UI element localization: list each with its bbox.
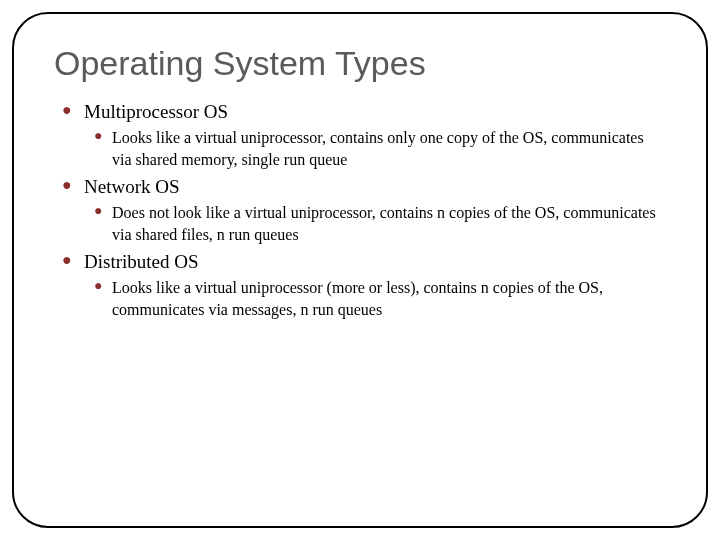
list-subitem: ● Looks like a virtual uniprocessor, con… [94,127,666,170]
list-item-label: Network OS [84,176,180,197]
list-subitem-label: Does not look like a virtual uniprocesso… [112,202,666,245]
list-subitem-label: Looks like a virtual uniprocessor, conta… [112,127,666,170]
bullet-icon: ● [94,277,112,294]
list-subitem: ● Does not look like a virtual uniproces… [94,202,666,245]
list-subitem-label: Looks like a virtual uniprocessor (more … [112,277,666,320]
list-item: ● Multiprocessor OS [62,101,666,123]
list-item: ● Distributed OS [62,251,666,273]
list-item-label: Multiprocessor OS [84,101,228,122]
bullet-icon: ● [62,176,80,194]
list-subitem: ● Looks like a virtual uniprocessor (mor… [94,277,666,320]
bullet-icon: ● [94,127,112,144]
list-item: ● Network OS [62,176,666,198]
list-item-label: Distributed OS [84,251,199,272]
slide-frame: Operating System Types ● Multiprocessor … [12,12,708,528]
bullet-icon: ● [62,101,80,119]
bullet-icon: ● [62,251,80,269]
slide-title: Operating System Types [54,44,666,83]
bullet-icon: ● [94,202,112,219]
